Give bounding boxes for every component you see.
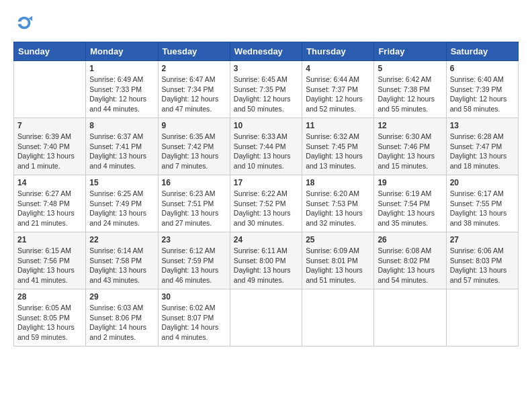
calendar-cell: 7Sunrise: 6:39 AM Sunset: 7:40 PM Daylig… xyxy=(14,118,86,175)
calendar-table: SundayMondayTuesdayWednesdayThursdayFrid… xyxy=(13,42,519,347)
calendar-cell: 15Sunrise: 6:25 AM Sunset: 7:49 PM Dayli… xyxy=(86,175,158,232)
day-info: Sunrise: 6:06 AM Sunset: 8:03 PM Dayligh… xyxy=(450,246,515,285)
day-number: 21 xyxy=(17,235,82,244)
calendar-cell: 13Sunrise: 6:28 AM Sunset: 7:47 PM Dayli… xyxy=(446,118,518,175)
day-info: Sunrise: 6:49 AM Sunset: 7:33 PM Dayligh… xyxy=(89,75,154,114)
day-number: 20 xyxy=(450,178,515,187)
calendar-cell: 9Sunrise: 6:35 AM Sunset: 7:42 PM Daylig… xyxy=(158,118,230,175)
day-info: Sunrise: 6:19 AM Sunset: 7:54 PM Dayligh… xyxy=(378,189,442,228)
calendar-cell xyxy=(14,61,86,118)
day-number: 16 xyxy=(162,178,226,187)
day-info: Sunrise: 6:40 AM Sunset: 7:39 PM Dayligh… xyxy=(450,75,515,114)
calendar-cell: 26Sunrise: 6:08 AM Sunset: 8:02 PM Dayli… xyxy=(374,232,446,289)
calendar-cell xyxy=(374,289,446,347)
day-info: Sunrise: 6:44 AM Sunset: 7:37 PM Dayligh… xyxy=(306,75,370,114)
day-info: Sunrise: 6:09 AM Sunset: 8:01 PM Dayligh… xyxy=(306,246,370,285)
day-number: 15 xyxy=(89,178,154,187)
day-info: Sunrise: 6:12 AM Sunset: 7:59 PM Dayligh… xyxy=(162,246,226,285)
day-number: 10 xyxy=(234,121,298,130)
day-number: 3 xyxy=(234,64,298,73)
day-number: 5 xyxy=(378,64,442,73)
day-header-monday: Monday xyxy=(86,42,158,61)
calendar-cell: 8Sunrise: 6:37 AM Sunset: 7:41 PM Daylig… xyxy=(86,118,158,175)
calendar-cell: 18Sunrise: 6:20 AM Sunset: 7:53 PM Dayli… xyxy=(302,175,374,232)
week-row-1: 1Sunrise: 6:49 AM Sunset: 7:33 PM Daylig… xyxy=(14,61,519,118)
calendar-cell: 14Sunrise: 6:27 AM Sunset: 7:48 PM Dayli… xyxy=(14,175,86,232)
week-row-3: 14Sunrise: 6:27 AM Sunset: 7:48 PM Dayli… xyxy=(14,175,519,232)
calendar-cell: 25Sunrise: 6:09 AM Sunset: 8:01 PM Dayli… xyxy=(302,232,374,289)
day-info: Sunrise: 6:27 AM Sunset: 7:48 PM Dayligh… xyxy=(17,189,82,228)
day-info: Sunrise: 6:03 AM Sunset: 8:06 PM Dayligh… xyxy=(89,303,154,342)
day-number: 22 xyxy=(89,235,154,244)
week-row-2: 7Sunrise: 6:39 AM Sunset: 7:40 PM Daylig… xyxy=(14,118,519,175)
day-number: 13 xyxy=(450,121,515,130)
day-info: Sunrise: 6:11 AM Sunset: 8:00 PM Dayligh… xyxy=(234,246,298,285)
calendar-cell xyxy=(230,289,302,347)
day-info: Sunrise: 6:14 AM Sunset: 7:58 PM Dayligh… xyxy=(89,246,154,285)
day-header-saturday: Saturday xyxy=(446,42,518,61)
day-number: 18 xyxy=(306,178,370,187)
calendar-cell: 29Sunrise: 6:03 AM Sunset: 8:06 PM Dayli… xyxy=(86,289,158,347)
calendar-cell: 22Sunrise: 6:14 AM Sunset: 7:58 PM Dayli… xyxy=(86,232,158,289)
calendar-cell: 12Sunrise: 6:30 AM Sunset: 7:46 PM Dayli… xyxy=(374,118,446,175)
logo xyxy=(13,13,34,35)
day-number: 19 xyxy=(378,178,442,187)
day-info: Sunrise: 6:23 AM Sunset: 7:51 PM Dayligh… xyxy=(162,189,226,228)
day-header-sunday: Sunday xyxy=(14,42,86,61)
day-number: 6 xyxy=(450,64,515,73)
day-info: Sunrise: 6:17 AM Sunset: 7:55 PM Dayligh… xyxy=(450,189,515,228)
day-number: 8 xyxy=(89,121,154,130)
day-info: Sunrise: 6:39 AM Sunset: 7:40 PM Dayligh… xyxy=(17,132,82,171)
day-number: 25 xyxy=(306,235,370,244)
day-number: 17 xyxy=(234,178,298,187)
day-number: 1 xyxy=(89,64,154,73)
logo-icon xyxy=(15,13,34,32)
header-row: SundayMondayTuesdayWednesdayThursdayFrid… xyxy=(14,42,519,61)
day-info: Sunrise: 6:02 AM Sunset: 8:07 PM Dayligh… xyxy=(162,303,226,342)
calendar-cell: 20Sunrise: 6:17 AM Sunset: 7:55 PM Dayli… xyxy=(446,175,518,232)
day-info: Sunrise: 6:32 AM Sunset: 7:45 PM Dayligh… xyxy=(306,132,370,171)
day-number: 29 xyxy=(89,292,154,302)
day-info: Sunrise: 6:22 AM Sunset: 7:52 PM Dayligh… xyxy=(234,189,298,228)
calendar-cell: 23Sunrise: 6:12 AM Sunset: 7:59 PM Dayli… xyxy=(158,232,230,289)
day-number: 12 xyxy=(378,121,442,130)
calendar-cell: 10Sunrise: 6:33 AM Sunset: 7:44 PM Dayli… xyxy=(230,118,302,175)
calendar-cell: 1Sunrise: 6:49 AM Sunset: 7:33 PM Daylig… xyxy=(86,61,158,118)
calendar-cell: 2Sunrise: 6:47 AM Sunset: 7:34 PM Daylig… xyxy=(158,61,230,118)
calendar-cell xyxy=(446,289,518,347)
day-info: Sunrise: 6:33 AM Sunset: 7:44 PM Dayligh… xyxy=(234,132,298,171)
calendar-cell: 3Sunrise: 6:45 AM Sunset: 7:35 PM Daylig… xyxy=(230,61,302,118)
day-info: Sunrise: 6:37 AM Sunset: 7:41 PM Dayligh… xyxy=(89,132,154,171)
day-info: Sunrise: 6:30 AM Sunset: 7:46 PM Dayligh… xyxy=(378,132,442,171)
calendar-cell: 19Sunrise: 6:19 AM Sunset: 7:54 PM Dayli… xyxy=(374,175,446,232)
day-number: 2 xyxy=(162,64,226,73)
day-number: 30 xyxy=(162,292,226,302)
calendar-cell: 5Sunrise: 6:42 AM Sunset: 7:38 PM Daylig… xyxy=(374,61,446,118)
day-number: 28 xyxy=(17,292,82,302)
day-info: Sunrise: 6:08 AM Sunset: 8:02 PM Dayligh… xyxy=(378,246,442,285)
day-info: Sunrise: 6:47 AM Sunset: 7:34 PM Dayligh… xyxy=(162,75,226,114)
day-header-thursday: Thursday xyxy=(302,42,374,61)
day-header-tuesday: Tuesday xyxy=(158,42,230,61)
page-header xyxy=(13,13,519,35)
day-number: 24 xyxy=(234,235,298,244)
calendar-cell: 4Sunrise: 6:44 AM Sunset: 7:37 PM Daylig… xyxy=(302,61,374,118)
day-header-wednesday: Wednesday xyxy=(230,42,302,61)
day-info: Sunrise: 6:42 AM Sunset: 7:38 PM Dayligh… xyxy=(378,75,442,114)
day-info: Sunrise: 6:35 AM Sunset: 7:42 PM Dayligh… xyxy=(162,132,226,171)
day-number: 23 xyxy=(162,235,226,244)
calendar-cell xyxy=(302,289,374,347)
calendar-cell: 27Sunrise: 6:06 AM Sunset: 8:03 PM Dayli… xyxy=(446,232,518,289)
calendar-cell: 16Sunrise: 6:23 AM Sunset: 7:51 PM Dayli… xyxy=(158,175,230,232)
day-number: 4 xyxy=(306,64,370,73)
day-number: 9 xyxy=(162,121,226,130)
day-info: Sunrise: 6:05 AM Sunset: 8:05 PM Dayligh… xyxy=(17,303,82,342)
day-info: Sunrise: 6:25 AM Sunset: 7:49 PM Dayligh… xyxy=(89,189,154,228)
week-row-5: 28Sunrise: 6:05 AM Sunset: 8:05 PM Dayli… xyxy=(14,289,519,347)
calendar-cell: 17Sunrise: 6:22 AM Sunset: 7:52 PM Dayli… xyxy=(230,175,302,232)
calendar-cell: 11Sunrise: 6:32 AM Sunset: 7:45 PM Dayli… xyxy=(302,118,374,175)
day-header-friday: Friday xyxy=(374,42,446,61)
day-number: 11 xyxy=(306,121,370,130)
day-info: Sunrise: 6:15 AM Sunset: 7:56 PM Dayligh… xyxy=(17,246,82,285)
day-info: Sunrise: 6:45 AM Sunset: 7:35 PM Dayligh… xyxy=(234,75,298,114)
